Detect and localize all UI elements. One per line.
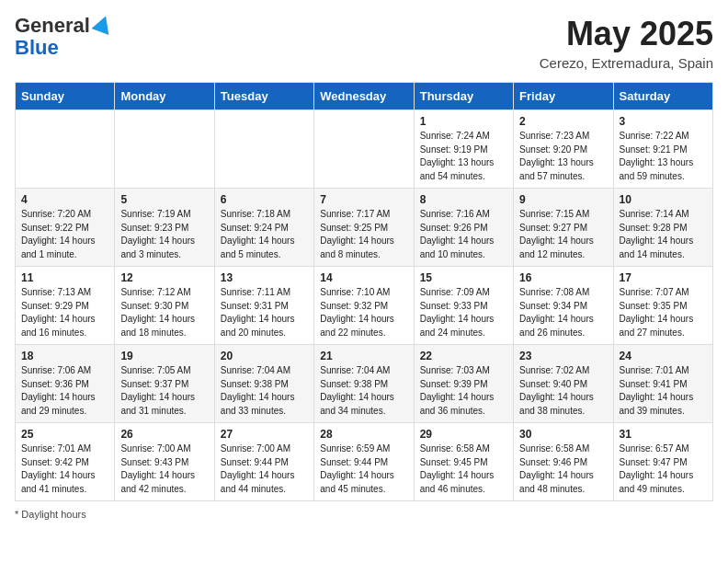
day-info: Sunrise: 7:12 AM Sunset: 9:30 PM Dayligh… — [120, 286, 208, 339]
logo: General Blue — [15, 15, 112, 59]
day-info: Sunrise: 7:05 AM Sunset: 9:37 PM Dayligh… — [120, 364, 208, 418]
day-number: 9 — [519, 193, 607, 206]
day-number: 19 — [120, 350, 208, 362]
calendar-day-cell: 30Sunrise: 6:58 AM Sunset: 9:46 PM Dayli… — [514, 423, 613, 501]
calendar-day-cell: 7Sunrise: 7:17 AM Sunset: 9:25 PM Daylig… — [314, 189, 414, 267]
calendar-day-cell: 16Sunrise: 7:08 AM Sunset: 9:34 PM Dayli… — [514, 267, 613, 345]
day-info: Sunrise: 7:22 AM Sunset: 9:21 PM Dayligh… — [620, 130, 707, 183]
day-number: 17 — [620, 271, 707, 284]
day-info: Sunrise: 7:19 AM Sunset: 9:23 PM Dayligh… — [120, 208, 208, 261]
day-info: Sunrise: 6:58 AM Sunset: 9:46 PM Dayligh… — [519, 442, 607, 496]
calendar-day-cell: 20Sunrise: 7:04 AM Sunset: 9:38 PM Dayli… — [214, 345, 313, 423]
calendar-day-cell — [16, 110, 115, 189]
day-number: 3 — [620, 115, 707, 128]
day-number: 22 — [420, 350, 507, 362]
day-number: 23 — [519, 350, 607, 362]
day-number: 25 — [21, 428, 108, 441]
day-info: Sunrise: 7:23 AM Sunset: 9:20 PM Dayligh… — [519, 130, 607, 183]
calendar-table: SundayMondayTuesdayWednesdayThursdayFrid… — [15, 82, 713, 501]
calendar-day-cell: 2Sunrise: 7:23 AM Sunset: 9:20 PM Daylig… — [514, 110, 613, 189]
day-info: Sunrise: 7:04 AM Sunset: 9:38 PM Dayligh… — [221, 364, 308, 418]
day-number: 14 — [320, 271, 407, 284]
day-info: Sunrise: 7:09 AM Sunset: 9:33 PM Dayligh… — [420, 286, 507, 339]
logo-general-text: General — [15, 15, 90, 37]
day-info: Sunrise: 6:58 AM Sunset: 9:45 PM Dayligh… — [420, 442, 507, 496]
day-info: Sunrise: 7:11 AM Sunset: 9:31 PM Dayligh… — [221, 286, 308, 339]
calendar-week-row: 4Sunrise: 7:20 AM Sunset: 9:22 PM Daylig… — [16, 189, 713, 267]
day-info: Sunrise: 7:03 AM Sunset: 9:39 PM Dayligh… — [420, 364, 507, 418]
day-info: Sunrise: 7:24 AM Sunset: 9:19 PM Dayligh… — [420, 130, 507, 183]
day-number: 5 — [120, 193, 208, 206]
day-number: 26 — [120, 428, 208, 441]
day-of-week-header: Saturday — [613, 83, 712, 110]
day-of-week-header: Tuesday — [214, 83, 313, 110]
subtitle: Cerezo, Extremadura, Spain — [540, 55, 713, 71]
day-of-week-header: Wednesday — [314, 83, 414, 110]
calendar-header-row: SundayMondayTuesdayWednesdayThursdayFrid… — [16, 83, 713, 110]
day-info: Sunrise: 7:13 AM Sunset: 9:29 PM Dayligh… — [21, 286, 108, 339]
day-of-week-header: Sunday — [16, 83, 115, 110]
day-info: Sunrise: 7:08 AM Sunset: 9:34 PM Dayligh… — [519, 286, 607, 339]
calendar-day-cell: 17Sunrise: 7:07 AM Sunset: 9:35 PM Dayli… — [613, 267, 712, 345]
day-info: Sunrise: 6:59 AM Sunset: 9:44 PM Dayligh… — [320, 442, 407, 496]
calendar-day-cell: 22Sunrise: 7:03 AM Sunset: 9:39 PM Dayli… — [414, 345, 513, 423]
calendar-day-cell — [115, 110, 214, 189]
header: General Blue May 2025 Cerezo, Extremadur… — [15, 15, 713, 71]
calendar-day-cell — [314, 110, 414, 189]
day-info: Sunrise: 6:57 AM Sunset: 9:47 PM Dayligh… — [620, 442, 707, 496]
day-number: 20 — [221, 350, 308, 362]
calendar-day-cell: 15Sunrise: 7:09 AM Sunset: 9:33 PM Dayli… — [414, 267, 513, 345]
day-number: 28 — [320, 428, 407, 441]
day-info: Sunrise: 7:17 AM Sunset: 9:25 PM Dayligh… — [320, 208, 407, 261]
day-info: Sunrise: 7:06 AM Sunset: 9:36 PM Dayligh… — [21, 364, 108, 418]
day-number: 18 — [21, 350, 108, 362]
calendar-day-cell: 23Sunrise: 7:02 AM Sunset: 9:40 PM Dayli… — [514, 345, 613, 423]
calendar-day-cell: 29Sunrise: 6:58 AM Sunset: 9:45 PM Dayli… — [414, 423, 513, 501]
calendar-day-cell: 13Sunrise: 7:11 AM Sunset: 9:31 PM Dayli… — [214, 267, 313, 345]
day-number: 27 — [221, 428, 308, 441]
calendar-day-cell: 21Sunrise: 7:04 AM Sunset: 9:38 PM Dayli… — [314, 345, 414, 423]
calendar-day-cell: 5Sunrise: 7:19 AM Sunset: 9:23 PM Daylig… — [115, 189, 214, 267]
calendar-day-cell: 9Sunrise: 7:15 AM Sunset: 9:27 PM Daylig… — [514, 189, 613, 267]
day-of-week-header: Friday — [514, 83, 613, 110]
calendar-day-cell: 12Sunrise: 7:12 AM Sunset: 9:30 PM Dayli… — [115, 267, 214, 345]
calendar-day-cell: 3Sunrise: 7:22 AM Sunset: 9:21 PM Daylig… — [613, 110, 712, 189]
day-of-week-header: Thursday — [414, 83, 513, 110]
calendar-day-cell: 19Sunrise: 7:05 AM Sunset: 9:37 PM Dayli… — [115, 345, 214, 423]
day-number: 11 — [21, 271, 108, 284]
day-number: 13 — [221, 271, 308, 284]
day-info: Sunrise: 7:16 AM Sunset: 9:26 PM Dayligh… — [420, 208, 507, 261]
day-info: Sunrise: 7:01 AM Sunset: 9:41 PM Dayligh… — [620, 364, 707, 418]
calendar-day-cell: 18Sunrise: 7:06 AM Sunset: 9:36 PM Dayli… — [16, 345, 115, 423]
day-number: 31 — [620, 428, 707, 441]
footer-note: * Daylight hours — [15, 509, 713, 520]
calendar-week-row: 11Sunrise: 7:13 AM Sunset: 9:29 PM Dayli… — [16, 267, 713, 345]
day-info: Sunrise: 7:02 AM Sunset: 9:40 PM Dayligh… — [519, 364, 607, 418]
day-number: 24 — [620, 350, 707, 362]
day-info: Sunrise: 7:20 AM Sunset: 9:22 PM Dayligh… — [21, 208, 108, 261]
day-info: Sunrise: 7:04 AM Sunset: 9:38 PM Dayligh… — [320, 364, 407, 418]
day-number: 1 — [420, 115, 507, 128]
calendar-day-cell — [214, 110, 313, 189]
calendar-day-cell: 24Sunrise: 7:01 AM Sunset: 9:41 PM Dayli… — [613, 345, 712, 423]
logo-blue-text: Blue — [15, 36, 59, 59]
calendar-day-cell: 26Sunrise: 7:00 AM Sunset: 9:43 PM Dayli… — [115, 423, 214, 501]
calendar-day-cell: 31Sunrise: 6:57 AM Sunset: 9:47 PM Dayli… — [613, 423, 712, 501]
day-info: Sunrise: 7:00 AM Sunset: 9:44 PM Dayligh… — [221, 442, 308, 496]
day-number: 2 — [519, 115, 607, 128]
day-number: 10 — [620, 193, 707, 206]
calendar-day-cell: 6Sunrise: 7:18 AM Sunset: 9:24 PM Daylig… — [214, 189, 313, 267]
day-info: Sunrise: 7:10 AM Sunset: 9:32 PM Dayligh… — [320, 286, 407, 339]
day-info: Sunrise: 7:18 AM Sunset: 9:24 PM Dayligh… — [221, 208, 308, 261]
day-number: 8 — [420, 193, 507, 206]
day-number: 30 — [519, 428, 607, 441]
day-info: Sunrise: 7:07 AM Sunset: 9:35 PM Dayligh… — [620, 286, 707, 339]
day-info: Sunrise: 7:15 AM Sunset: 9:27 PM Dayligh… — [519, 208, 607, 261]
calendar-week-row: 25Sunrise: 7:01 AM Sunset: 9:42 PM Dayli… — [16, 423, 713, 501]
day-number: 12 — [120, 271, 208, 284]
calendar-day-cell: 10Sunrise: 7:14 AM Sunset: 9:28 PM Dayli… — [613, 189, 712, 267]
main-title: May 2025 — [540, 15, 713, 53]
calendar-week-row: 18Sunrise: 7:06 AM Sunset: 9:36 PM Dayli… — [16, 345, 713, 423]
day-number: 29 — [420, 428, 507, 441]
day-number: 16 — [519, 271, 607, 284]
